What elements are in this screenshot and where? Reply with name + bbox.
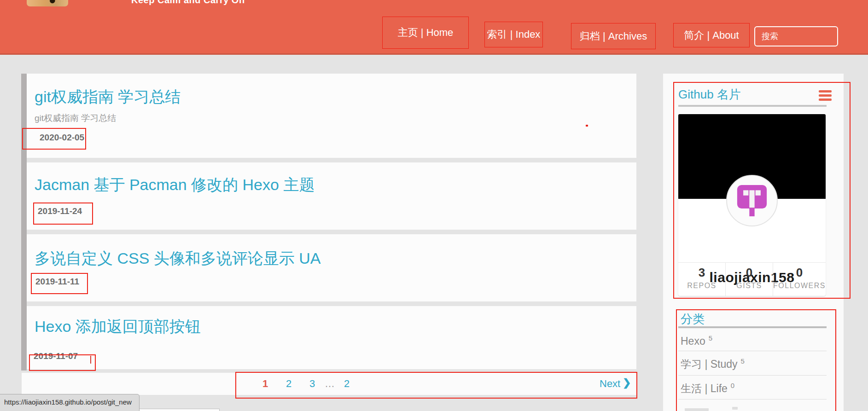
next-page-button[interactable]: Next: [600, 378, 620, 390]
page-number-3[interactable]: 3: [309, 378, 315, 390]
nav-item-index[interactable]: 索引 | Index: [484, 22, 543, 47]
divider: [678, 375, 827, 376]
post-title-link[interactable]: git权威指南 学习总结: [35, 87, 181, 108]
github-stats-row: 3 REPOS 0 GISTS 0 FOLLOWERS: [678, 262, 826, 296]
github-avatar[interactable]: [726, 175, 778, 226]
repos-label: REPOS: [678, 282, 725, 290]
post-title-link[interactable]: Jacman 基于 Pacman 修改的 Hexo 主题: [35, 174, 315, 196]
page-ellipsis: …: [325, 378, 335, 390]
category-count: 5: [741, 357, 745, 365]
search-input[interactable]: [754, 26, 838, 46]
post-excerpt: git权威指南 学习总结: [35, 112, 116, 124]
hamburger-icon[interactable]: [819, 90, 832, 103]
divider: [678, 351, 827, 351]
github-stat-gists[interactable]: 0 GISTS: [726, 263, 773, 296]
github-widget: liaojiaxin158 3 REPOS 0 GISTS 0 FOLLOWER…: [678, 114, 826, 296]
category-name: Hexo: [681, 335, 705, 347]
category-count: 5: [709, 334, 712, 342]
post-date: 2019-11-07: [34, 351, 78, 361]
category-name: 生活 | Life: [681, 382, 728, 394]
nav-item-archives[interactable]: 归档 | Archives: [571, 23, 656, 49]
post-title-link[interactable]: Hexo 添加返回顶部按钮: [35, 316, 201, 337]
category-name: 学习 | Study: [681, 358, 738, 370]
status-bar-url: https://liaojiaxin158.github.io/post/git…: [0, 394, 140, 411]
nav-archives-label: 归档 | Archives: [580, 29, 647, 43]
cutoff-category-fragment: [685, 408, 709, 411]
gists-count: 0: [726, 266, 773, 280]
nav-about-label: 简介 | About: [684, 29, 739, 42]
nav-home-label: 主页 | Home: [398, 26, 454, 40]
nav-item-home[interactable]: 主页 | Home: [382, 17, 469, 49]
category-item-study[interactable]: 学习 | Study5: [681, 357, 745, 371]
pagination-bar: 1 2 3 … 2 Next ❯: [22, 373, 636, 395]
divider: [678, 326, 827, 328]
followers-label: FOLLOWERS: [773, 282, 826, 290]
identicon-icon: [736, 182, 768, 220]
nav-item-about[interactable]: 简介 | About: [673, 23, 750, 47]
page-number-2[interactable]: 2: [286, 378, 291, 390]
divider: [678, 105, 827, 107]
divider: [678, 399, 827, 399]
post-date: 2019-11-11: [35, 277, 79, 287]
timeline-strip: [21, 74, 27, 370]
repos-count: 3: [678, 266, 725, 280]
text-cursor: [90, 356, 91, 364]
site-avatar[interactable]: [27, 0, 68, 6]
categories-title: 分类: [681, 311, 705, 327]
post-card: Jacman 基于 Pacman 修改的 Hexo 主题 2019-11-24: [27, 162, 636, 230]
post-card: git权威指南 学习总结 git权威指南 学习总结 2020-02-05: [27, 74, 636, 158]
sidebar: Github 名片 liaojiaxin158 3 REPOS 0 GISTS: [663, 74, 844, 411]
github-stat-followers[interactable]: 0 FOLLOWERS: [773, 263, 826, 296]
chevron-right-icon[interactable]: ❯: [623, 377, 631, 389]
gists-label: GISTS: [726, 282, 773, 290]
category-item-hexo[interactable]: Hexo5: [681, 334, 712, 347]
site-title: Keep Calm and Carry On: [131, 0, 245, 6]
followers-count: 0: [773, 266, 826, 280]
category-count: 0: [731, 382, 734, 389]
post-card: Hexo 添加返回顶部按钮 2019-11-07: [27, 306, 636, 369]
category-item-life[interactable]: 生活 | Life0: [681, 382, 734, 396]
cutoff-category-fragment: [732, 407, 738, 410]
post-card: 多说自定义 CSS 头像和多说评论显示 UA 2019-11-11: [27, 234, 636, 301]
github-card-title: Github 名片: [678, 87, 741, 103]
post-date: 2020-02-05: [40, 133, 84, 143]
post-title-link[interactable]: 多说自定义 CSS 头像和多说评论显示 UA: [35, 248, 320, 269]
page-number-last[interactable]: 2: [344, 378, 350, 390]
nav-index-label: 索引 | Index: [487, 28, 541, 41]
post-date: 2019-11-24: [38, 206, 82, 216]
github-stat-repos[interactable]: 3 REPOS: [678, 263, 726, 296]
page-number-1-current[interactable]: 1: [262, 378, 268, 390]
site-header: Keep Calm and Carry On 主页 | Home 索引 | In…: [0, 0, 868, 55]
annotation-dot: [586, 125, 588, 127]
